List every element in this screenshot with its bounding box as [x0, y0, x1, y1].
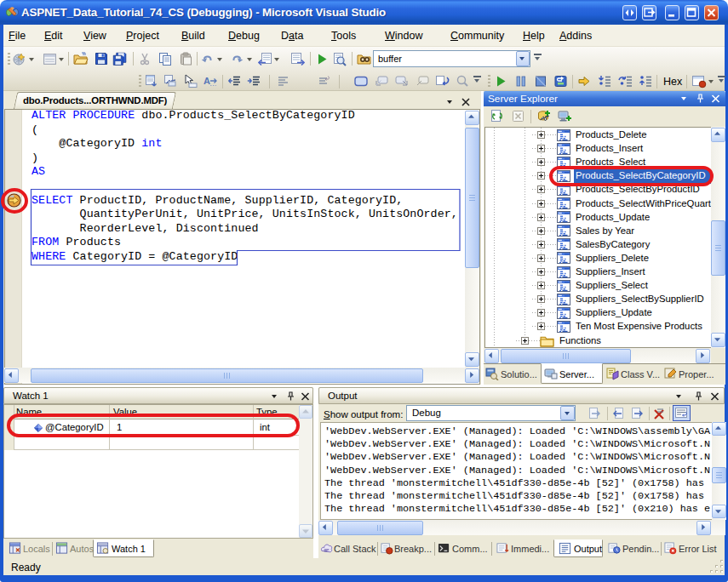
- svg-text:A: A: [203, 76, 210, 86]
